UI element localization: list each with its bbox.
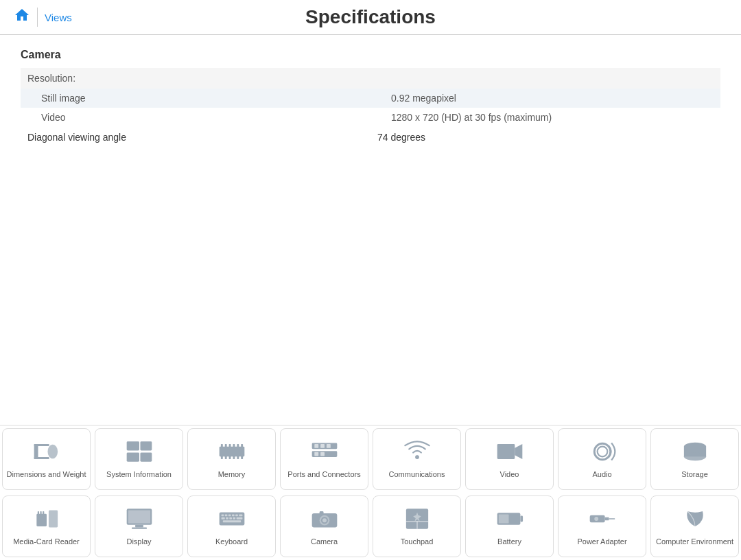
svg-rect-18: [233, 456, 235, 459]
svg-point-73: [594, 517, 598, 521]
audio-label: Audio: [592, 469, 611, 479]
svg-rect-9: [220, 444, 222, 447]
svg-rect-55: [229, 517, 232, 520]
nav-item-computer-environment[interactable]: Computer Environment: [650, 495, 739, 557]
home-icon[interactable]: [14, 7, 30, 27]
table-row: Diagonal viewing angle74 degrees: [21, 127, 720, 148]
nav-item-video[interactable]: Video: [465, 428, 554, 490]
nav-item-keyboard[interactable]: Keyboard: [187, 495, 276, 557]
svg-rect-29: [497, 444, 515, 459]
svg-rect-44: [135, 525, 143, 528]
svg-rect-43: [128, 511, 150, 524]
svg-rect-5: [140, 442, 152, 451]
svg-rect-23: [314, 444, 318, 448]
table-row: Still image0.92 megapixel: [21, 89, 720, 108]
svg-rect-14: [241, 444, 243, 447]
camera-label: Camera: [311, 537, 338, 546]
power-adapter-icon: [587, 506, 618, 537]
svg-rect-25: [326, 444, 330, 448]
ports-connectors-label: Ports and Connectors: [287, 469, 360, 479]
spec-table: Resolution:Still image0.92 megapixelVide…: [21, 68, 720, 148]
computer-environment-label: Computer Environment: [656, 537, 733, 546]
battery-label: Battery: [497, 537, 521, 546]
power-adapter-label: Power Adapter: [577, 537, 626, 546]
svg-rect-72: [609, 519, 615, 520]
svg-rect-41: [48, 511, 57, 528]
touchpad-label: Touchpad: [401, 537, 434, 546]
nav-item-ports-connectors[interactable]: Ports and Connectors: [280, 428, 368, 490]
svg-rect-39: [40, 511, 41, 515]
svg-rect-1: [34, 444, 49, 446]
svg-rect-69: [498, 515, 508, 524]
svg-rect-71: [604, 517, 609, 520]
svg-rect-0: [34, 444, 38, 459]
main-content: Camera Resolution:Still image0.92 megapi…: [0, 35, 741, 406]
svg-rect-53: [221, 517, 224, 520]
media-card-reader-label: Media-Card Reader: [13, 537, 80, 546]
svg-point-3: [47, 445, 58, 459]
svg-rect-49: [228, 515, 231, 517]
nav-item-battery[interactable]: Battery: [465, 495, 554, 557]
nav-item-system-information[interactable]: System Information: [95, 428, 183, 490]
svg-rect-24: [320, 444, 325, 448]
nav-item-touchpad[interactable]: Touchpad: [373, 495, 461, 557]
nav-item-dimensions-weight[interactable]: Dimensions and Weight: [2, 428, 91, 490]
svg-rect-57: [236, 517, 242, 520]
display-icon: [124, 506, 154, 537]
svg-rect-50: [232, 515, 235, 517]
nav-item-camera[interactable]: Camera: [280, 495, 368, 557]
svg-rect-4: [126, 442, 139, 451]
bottom-navigation: Dimensions and WeightSystem InformationM…: [0, 425, 741, 560]
communications-label: Communications: [389, 469, 445, 479]
battery-icon: [495, 506, 525, 537]
dimensions-weight-label: Dimensions and Weight: [7, 469, 86, 479]
svg-rect-45: [132, 528, 147, 529]
svg-rect-68: [520, 516, 523, 522]
video-label: Video: [500, 469, 519, 479]
ports-connectors-icon: [309, 439, 340, 469]
svg-marker-30: [515, 444, 522, 459]
page-title: Specifications: [305, 6, 436, 28]
nav-item-audio[interactable]: Audio: [558, 428, 646, 490]
video-icon: [495, 439, 525, 469]
nav-item-media-card-reader[interactable]: Media-Card Reader: [2, 495, 91, 557]
audio-icon: [587, 439, 618, 469]
svg-rect-8: [219, 447, 244, 457]
svg-rect-40: [43, 511, 44, 515]
svg-rect-37: [36, 514, 47, 526]
svg-rect-13: [237, 444, 239, 447]
svg-rect-20: [241, 456, 243, 459]
camera-icon: [309, 506, 340, 537]
svg-rect-27: [320, 452, 325, 456]
svg-rect-38: [37, 511, 38, 515]
media-card-reader-icon: [32, 506, 62, 537]
keyboard-label: Keyboard: [215, 537, 248, 546]
svg-rect-56: [233, 517, 235, 520]
table-row: Video1280 x 720 (HD) at 30 fps (maximum): [21, 108, 720, 127]
svg-rect-6: [126, 453, 139, 462]
svg-rect-19: [237, 456, 239, 459]
keyboard-icon: [217, 506, 247, 537]
nav-item-power-adapter[interactable]: Power Adapter: [558, 495, 646, 557]
svg-rect-10: [224, 444, 226, 447]
svg-rect-47: [221, 515, 224, 517]
nav-row-1: Dimensions and WeightSystem InformationM…: [0, 425, 741, 493]
storage-label: Storage: [681, 469, 708, 479]
svg-rect-17: [228, 456, 231, 459]
nav-item-memory[interactable]: Memory: [187, 428, 276, 490]
nav-row-2: Media-Card ReaderDisplayKeyboardCameraTo…: [0, 493, 741, 560]
nav-item-communications[interactable]: Communications: [373, 428, 461, 490]
touchpad-icon: [402, 506, 432, 537]
svg-rect-26: [314, 452, 318, 456]
svg-rect-2: [34, 457, 49, 459]
memory-label: Memory: [218, 469, 246, 479]
nav-item-storage[interactable]: Storage: [650, 428, 739, 490]
svg-rect-7: [140, 453, 152, 462]
svg-rect-15: [220, 456, 222, 459]
views-link[interactable]: Views: [45, 12, 72, 23]
nav-item-display[interactable]: Display: [95, 495, 183, 557]
svg-rect-12: [233, 444, 235, 447]
svg-rect-63: [319, 511, 323, 514]
svg-rect-54: [226, 517, 228, 520]
svg-point-28: [415, 455, 419, 459]
